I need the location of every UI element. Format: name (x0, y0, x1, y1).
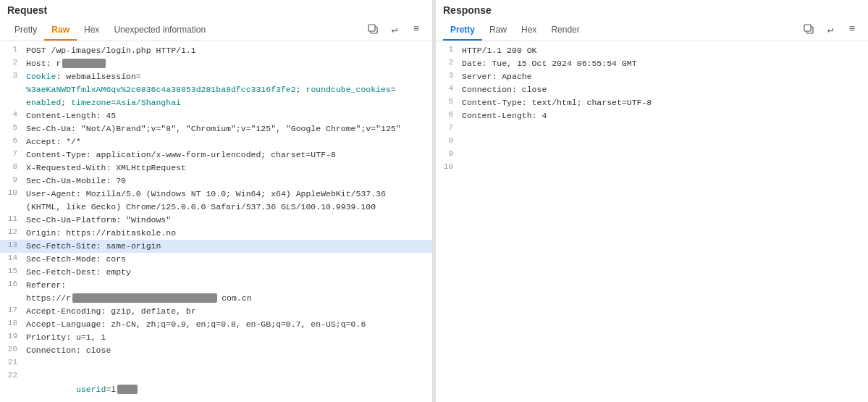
table-row: 20 Connection: close (0, 344, 432, 357)
tab-render-response[interactable]: Render (544, 20, 586, 41)
table-row: %3aeKaNWDTfmlxAM6qv%2c0836c4a38853d281ba… (0, 83, 432, 96)
tab-unexpected-request[interactable]: Unexpected information (106, 20, 213, 41)
table-row: https://r com.cn (0, 292, 432, 305)
table-row: 22 userid=i com.cn&password=12312123 (0, 370, 432, 402)
tab-raw-request[interactable]: Raw (44, 20, 77, 41)
table-row: 2 Host: r (0, 57, 432, 70)
table-row: 14 Sec-Fetch-Mode: cors (0, 253, 432, 266)
response-tab-actions: ↵ ≡ (800, 20, 861, 41)
request-panel: Request Pretty Raw Hex Unexpected inform… (0, 0, 433, 402)
table-row: 11 Sec-Ch-Ua-Platform: "Windows" (0, 214, 432, 227)
table-row: 7 Content-Type: application/x-www-form-u… (0, 148, 432, 162)
request-tab-actions: ↵ ≡ (364, 20, 425, 41)
table-row: (KHTML, like Gecko) Chrome/125.0.0.0 Saf… (0, 201, 432, 214)
response-content: 1 HTTP/1.1 200 OK 2 Date: Tue, 15 Oct 20… (436, 41, 868, 402)
copy-icon-response[interactable] (800, 20, 817, 38)
table-row: 3 Server: Apache (436, 70, 868, 83)
svg-rect-1 (368, 25, 375, 31)
table-row: 2 Date: Tue, 15 Oct 2024 06:55:54 GMT (436, 57, 868, 70)
table-row: 1 POST /wp-images/login.php HTTP/1.1 (0, 44, 432, 57)
table-row: 10 User-Agent: Mozilla/5.0 (Windows NT 1… (0, 188, 432, 201)
tab-raw-response[interactable]: Raw (482, 20, 514, 41)
table-row: 6 Content-Length: 4 (436, 109, 868, 122)
menu-icon-response[interactable]: ≡ (843, 20, 861, 38)
svg-rect-5 (804, 25, 811, 31)
table-row: 7 (436, 122, 868, 135)
menu-icon-request[interactable]: ≡ (408, 20, 425, 38)
table-row: 9 (436, 148, 868, 162)
redacted-userid (117, 385, 138, 394)
tab-hex-request[interactable]: Hex (77, 20, 106, 41)
table-row: 17 Accept-Encoding: gzip, deflate, br (0, 305, 432, 318)
table-row: 1 HTTP/1.1 200 OK (436, 44, 868, 57)
table-row: 9 Sec-Ch-Ua-Mobile: ?0 (0, 175, 432, 188)
table-row: 5 Sec-Ch-Ua: "Not/A)Brand";v="8", "Chrom… (0, 122, 432, 135)
app-container: Request Pretty Raw Hex Unexpected inform… (0, 0, 868, 402)
response-panel: Response Pretty Raw Hex Render ↵ ≡ 1 HTT… (436, 0, 868, 402)
table-row: 4 Content-Length: 45 (0, 109, 432, 122)
table-row: 4 Connection: close (436, 83, 868, 96)
table-row: 3 Cookie: webmailsession= (0, 70, 432, 83)
request-title: Request (7, 4, 425, 20)
tab-pretty-response[interactable]: Pretty (443, 20, 482, 41)
request-content: 1 POST /wp-images/login.php HTTP/1.1 2 H… (0, 41, 432, 402)
request-tabs: Pretty Raw Hex Unexpected information ↵ … (7, 20, 425, 41)
table-row: 10 (436, 162, 868, 175)
table-row: enabled; timezone=Asia/Shanghai (0, 96, 432, 109)
response-tabs: Pretty Raw Hex Render ↵ ≡ (443, 20, 861, 41)
table-row: 18 Accept-Language: zh-CN, zh;q=0.9, en;… (0, 318, 432, 331)
response-title: Response (443, 4, 861, 20)
table-row: 21 (0, 357, 432, 370)
table-row: 19 Priority: u=1, i (0, 331, 432, 344)
wrap-icon-request[interactable]: ↵ (386, 20, 403, 38)
response-header: Response Pretty Raw Hex Render ↵ ≡ (436, 0, 868, 41)
redacted-host (62, 59, 106, 68)
table-row: 13 Sec-Fetch-Site: same-origin (0, 240, 432, 253)
tab-pretty-request[interactable]: Pretty (7, 20, 44, 41)
table-row: 5 Content-Type: text/html; charset=UTF-8 (436, 96, 868, 109)
table-row: 8 (436, 135, 868, 148)
table-row: 6 Accept: */* (0, 135, 432, 148)
request-header: Request Pretty Raw Hex Unexpected inform… (0, 0, 432, 41)
table-row: 8 X-Requested-With: XMLHttpRequest (0, 162, 432, 175)
tab-hex-response[interactable]: Hex (514, 20, 544, 41)
redacted-referer (72, 293, 217, 303)
copy-icon-request[interactable] (364, 20, 382, 38)
table-row: 16 Referer: (0, 279, 432, 292)
wrap-icon-response[interactable]: ↵ (822, 20, 839, 38)
table-row: 15 Sec-Fetch-Dest: empty (0, 266, 432, 279)
table-row: 12 Origin: https://rabitaskole.no (0, 227, 432, 240)
